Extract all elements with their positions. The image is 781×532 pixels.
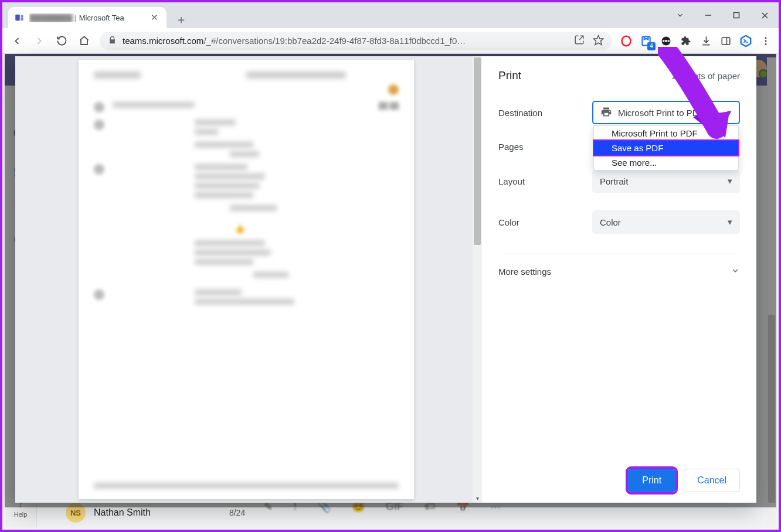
chrome-menu-icon[interactable] <box>758 33 774 49</box>
print-button[interactable]: Print <box>628 469 675 492</box>
color-label: Color <box>498 217 592 227</box>
chevron-down-icon: ▾ <box>728 217 732 227</box>
tab-title-suffix: | Microsoft Tea <box>75 13 124 22</box>
preview-page: ██ ██ 👍 <box>79 60 414 499</box>
destination-option-see-more[interactable]: See more... <box>594 155 738 170</box>
tab-title-blurred: ████████ <box>29 13 73 22</box>
svg-rect-4 <box>734 13 739 18</box>
layout-label: Layout <box>498 176 592 186</box>
minimize-button[interactable] <box>694 2 722 28</box>
window-controls <box>666 2 779 28</box>
print-dialog: ██ ██ 👍 ▴ ▾ Print 2 sheets of paper <box>15 56 756 503</box>
printer-icon <box>600 106 612 120</box>
url-path: /_#/conversations/19:bb7ea2d2-24f9-4f87-… <box>203 36 466 46</box>
chevron-down-icon: ▾ <box>728 176 732 186</box>
cancel-button[interactable]: Cancel <box>684 469 740 492</box>
more-settings-toggle[interactable]: More settings <box>498 254 740 277</box>
extension-save-icon[interactable] <box>638 33 654 49</box>
svg-point-19 <box>765 43 767 45</box>
chat-name: Nathan Smith <box>94 507 151 518</box>
destination-select[interactable]: Microsoft Print to PDF ▾ Microsoft Print… <box>592 101 740 124</box>
preview-scrollbar[interactable]: ▴ ▾ <box>473 56 482 503</box>
svg-point-8 <box>622 36 631 46</box>
close-window-button[interactable] <box>751 2 779 28</box>
svg-point-18 <box>765 40 767 42</box>
destination-label: Destination <box>498 108 592 118</box>
extension-opera-icon[interactable] <box>618 33 634 49</box>
preview-scrollbar-thumb[interactable] <box>474 57 481 245</box>
bookmark-star-icon[interactable] <box>593 35 604 47</box>
reload-button[interactable] <box>52 31 72 51</box>
extensions-puzzle-icon[interactable] <box>678 33 694 49</box>
svg-point-1 <box>21 15 23 18</box>
destination-value: Microsoft Print to PDF <box>618 108 704 118</box>
chat-date: 8/24 <box>229 508 245 517</box>
browser-tab[interactable]: ████████ | Microsoft Tea ✕ <box>8 7 167 28</box>
sheet-count: 2 sheets of paper <box>672 71 740 81</box>
downloads-icon[interactable] <box>698 33 714 49</box>
browser-toolbar: teams.microsoft.com/_#/conversations/19:… <box>2 28 779 54</box>
destination-option-save-pdf[interactable]: Save as PDF <box>594 141 738 155</box>
extension-hex-icon[interactable] <box>738 33 754 49</box>
svg-rect-0 <box>15 15 20 21</box>
new-tab-button[interactable]: ＋ <box>172 11 190 28</box>
address-bar[interactable]: teams.microsoft.com/_#/conversations/19:… <box>100 32 612 50</box>
svg-rect-11 <box>663 40 670 42</box>
svg-marker-7 <box>594 35 603 45</box>
teams-favicon-icon <box>14 12 25 23</box>
print-preview: ██ ██ 👍 ▴ ▾ <box>15 56 482 503</box>
back-button[interactable] <box>7 31 27 51</box>
extension-icons <box>618 33 774 49</box>
print-overlay: ██ ██ 👍 ▴ ▾ Print 2 sheets of paper <box>5 54 776 507</box>
more-settings-label: More settings <box>498 267 551 277</box>
browser-titlebar: ████████ | Microsoft Tea ✕ ＋ <box>2 2 779 28</box>
color-value: Color <box>600 217 621 227</box>
share-icon[interactable] <box>574 35 585 47</box>
svg-point-17 <box>765 37 767 39</box>
tab-close-icon[interactable]: ✕ <box>148 12 161 23</box>
side-panel-icon[interactable] <box>718 33 734 49</box>
svg-rect-14 <box>722 37 730 45</box>
color-select[interactable]: Color ▾ <box>592 210 740 234</box>
svg-point-12 <box>664 40 665 42</box>
home-button[interactable] <box>74 31 94 51</box>
svg-point-13 <box>667 40 668 42</box>
svg-rect-2 <box>21 18 23 21</box>
pages-label: Pages <box>498 142 592 152</box>
chevron-down-icon: ▾ <box>727 107 732 118</box>
print-settings-panel: Print 2 sheets of paper Destination Micr… <box>482 56 756 503</box>
layout-value: Portrait <box>600 176 628 186</box>
maximize-button[interactable] <box>722 2 751 28</box>
url-host: teams.microsoft.com <box>123 36 203 46</box>
forward-button[interactable] <box>29 31 49 51</box>
caret-down-icon[interactable] <box>666 2 694 28</box>
layout-select[interactable]: Portrait ▾ <box>592 169 740 193</box>
destination-option-ms-pdf[interactable]: Microsoft Print to PDF <box>594 126 738 141</box>
lock-icon <box>108 36 117 46</box>
extension-ninja-icon[interactable] <box>658 33 674 49</box>
chevron-down-icon <box>731 266 740 277</box>
destination-dropdown: Microsoft Print to PDF Save as PDF See m… <box>593 125 739 170</box>
scroll-down-icon[interactable]: ▾ <box>473 493 482 503</box>
print-title: Print <box>498 69 521 82</box>
